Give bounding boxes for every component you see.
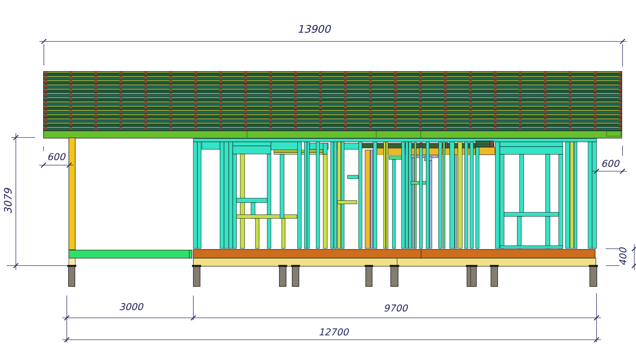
stud: [280, 154, 284, 218]
rim-joist-band: [193, 249, 595, 258]
stud: [334, 142, 337, 248]
lower-rail: [237, 215, 297, 218]
wall-frame: [193, 139, 597, 248]
stud: [331, 142, 333, 248]
mint-rail: [389, 156, 402, 159]
stud: [450, 142, 454, 248]
stud: [220, 142, 224, 248]
stud: [476, 147, 479, 248]
dimension-label: 9700: [383, 303, 408, 314]
wall-middle-section: [337, 142, 479, 248]
pile: [279, 267, 286, 286]
stud: [365, 150, 370, 248]
wall-right-section: [495, 142, 597, 248]
stud: [458, 142, 462, 248]
pile: [292, 267, 299, 286]
dimension-overhang-left: 600: [39, 146, 74, 168]
window-mullion: [546, 154, 550, 216]
stud: [392, 159, 395, 248]
header-block: [202, 142, 220, 149]
stud: [430, 161, 432, 248]
dimension-tick: [632, 246, 636, 251]
brown-block: [445, 143, 448, 148]
drawing-canvas: 13900 600 600 3079: [0, 0, 636, 364]
stud: [298, 142, 301, 248]
stud: [470, 142, 473, 248]
window-top-band: [233, 142, 271, 146]
loft-striped-block: [476, 141, 491, 147]
header-block: [271, 142, 301, 150]
window-jamb: [267, 154, 271, 248]
stud: [337, 142, 341, 248]
stud: [304, 142, 307, 248]
stud: [282, 218, 285, 248]
dimension-label: 12700: [318, 327, 349, 338]
stud: [570, 142, 574, 248]
stud: [193, 142, 197, 248]
stud: [439, 142, 442, 248]
stud: [384, 142, 386, 248]
stud: [495, 142, 499, 248]
stud: [197, 142, 201, 248]
stud: [255, 218, 259, 248]
stud: [323, 143, 327, 154]
wall-top-plate: [193, 139, 597, 142]
post-base-block: [69, 258, 75, 266]
brown-block: [420, 143, 422, 148]
window-jamb: [233, 154, 237, 248]
stud: [546, 216, 550, 248]
foundation-piles: [67, 265, 598, 286]
roof-deck: [44, 71, 622, 131]
bottom-rail: [500, 246, 563, 248]
pile: [491, 267, 498, 286]
terrace-post: [69, 138, 75, 250]
pile: [366, 267, 372, 286]
terrace-beam: [69, 250, 192, 258]
stud: [229, 142, 233, 248]
stud: [316, 142, 320, 248]
dimension-bottom-spans: 3000 9700 12700: [62, 293, 601, 342]
pile: [391, 267, 398, 286]
stud: [359, 142, 362, 248]
window-jamb: [559, 154, 563, 248]
stud: [406, 142, 408, 248]
mint-rail: [411, 181, 426, 184]
window-lintel: [233, 146, 271, 154]
window-top-band: [500, 142, 563, 147]
stud: [443, 142, 445, 248]
stud: [426, 142, 429, 248]
roof-fascia: [44, 131, 622, 138]
stud: [402, 142, 405, 248]
stud: [517, 216, 521, 248]
window-sill: [237, 198, 267, 203]
dimension-label: 13900: [297, 23, 331, 35]
dimension-overhang-right: 600: [592, 146, 627, 174]
corner-stud: [592, 142, 597, 248]
dimension-label: 400: [617, 247, 629, 266]
dimension-top-width: 13900: [39, 23, 627, 67]
pile: [590, 267, 597, 286]
stud: [370, 150, 373, 248]
terrace-structure: [69, 138, 192, 266]
stud: [341, 142, 344, 248]
roof-hatch-panel: [44, 71, 622, 131]
stud: [412, 158, 414, 248]
window-sill: [504, 212, 559, 216]
pile: [193, 267, 200, 286]
dimension-label: 600: [601, 158, 620, 169]
stud: [414, 142, 416, 248]
floor-rim: [193, 249, 596, 266]
lower-rail: [337, 201, 357, 204]
stud: [574, 142, 577, 248]
pile: [467, 267, 476, 286]
window-lintel: [500, 147, 563, 154]
stud: [455, 155, 457, 248]
fascia-board: [44, 131, 622, 138]
elevation-drawing: 13900 600 600 3079: [0, 0, 636, 364]
stud: [224, 142, 229, 248]
loft-brown-block: [490, 141, 494, 147]
dimension-label: 600: [47, 151, 66, 162]
dimension-label: 3079: [2, 187, 14, 214]
stud: [419, 148, 422, 248]
stud: [465, 142, 468, 248]
